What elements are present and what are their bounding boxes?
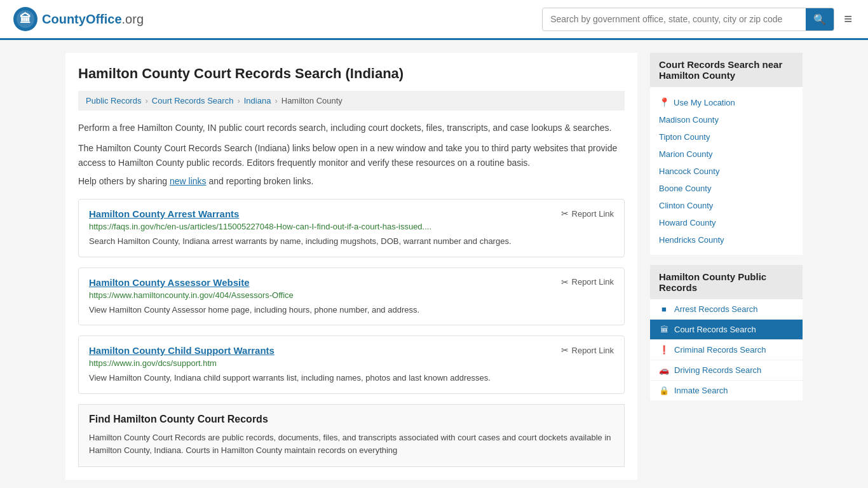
breadcrumb-hamilton-county: Hamilton County bbox=[281, 96, 342, 105]
record-icon-4: 🔒 bbox=[659, 386, 669, 395]
nearby-county-0[interactable]: Madison County bbox=[650, 111, 803, 128]
result-card-2: Hamilton County Child Support Warrants ✂… bbox=[78, 336, 625, 394]
public-record-item-0[interactable]: ■ Arrest Records Search bbox=[650, 299, 803, 320]
hamburger-menu-icon[interactable]: ≡ bbox=[841, 8, 855, 30]
use-my-location-label: Use My Location bbox=[674, 98, 735, 107]
result-title-2[interactable]: Hamilton County Child Support Warrants bbox=[89, 345, 275, 356]
record-icon-0: ■ bbox=[659, 304, 669, 314]
search-input[interactable] bbox=[543, 9, 806, 29]
result-header-0: Hamilton County Arrest Warrants ✂ Report… bbox=[89, 208, 614, 219]
public-records-section-header: Hamilton County Public Records bbox=[650, 265, 803, 299]
content-area: Hamilton County Court Records Search (In… bbox=[65, 53, 637, 480]
nearby-counties-list: Madison CountyTipton CountyMarion County… bbox=[650, 111, 803, 248]
search-button[interactable]: 🔍 bbox=[806, 8, 834, 30]
result-title-1[interactable]: Hamilton County Assessor Website bbox=[89, 277, 250, 288]
nearby-county-5[interactable]: Clinton County bbox=[650, 197, 803, 214]
intro-paragraph-1: Perform a free Hamilton County, IN publi… bbox=[78, 121, 625, 135]
main-container: Hamilton County Court Records Search (In… bbox=[53, 40, 815, 488]
search-bar: 🔍 bbox=[542, 8, 834, 31]
report-link-icon-1: ✂ bbox=[561, 277, 569, 287]
record-icon-2: ❗ bbox=[659, 345, 669, 355]
record-label-4: Inmate Search bbox=[674, 386, 728, 395]
report-link-icon-2: ✂ bbox=[561, 345, 569, 355]
sharing-text-before: Help others by sharing bbox=[78, 176, 170, 186]
breadcrumb-court-records-search[interactable]: Court Records Search bbox=[152, 96, 234, 105]
report-link-0[interactable]: ✂ Report Link bbox=[561, 208, 614, 219]
svg-text:🏛: 🏛 bbox=[20, 12, 31, 25]
report-link-label-1: Report Link bbox=[572, 277, 614, 287]
report-link-2[interactable]: ✂ Report Link bbox=[561, 345, 614, 355]
page-title: Hamilton County Court Records Search (In… bbox=[78, 65, 625, 82]
result-url-1: https://www.hamiltoncounty.in.gov/404/As… bbox=[89, 290, 614, 300]
public-records-section: Hamilton County Public Records ■ Arrest … bbox=[650, 265, 803, 400]
result-desc-2: View Hamilton County, Indiana child supp… bbox=[89, 372, 614, 384]
logo-text: CountyOffice.org bbox=[42, 12, 144, 27]
nearby-county-2[interactable]: Marion County bbox=[650, 146, 803, 163]
sharing-paragraph: Help others by sharing new links and rep… bbox=[78, 176, 625, 186]
result-url-2: https://www.in.gov/dcs/support.htm bbox=[89, 358, 614, 368]
site-logo-icon: 🏛 bbox=[13, 6, 38, 32]
result-desc-0: Search Hamilton County, Indiana arrest w… bbox=[89, 235, 614, 248]
logo-area: 🏛 CountyOffice.org bbox=[13, 6, 144, 32]
nearby-county-4[interactable]: Boone County bbox=[650, 180, 803, 197]
new-links-link[interactable]: new links bbox=[170, 176, 207, 186]
sidebar: Court Records Search near Hamilton Count… bbox=[650, 53, 803, 480]
report-link-1[interactable]: ✂ Report Link bbox=[561, 277, 614, 287]
nearby-section-content: 📍 Use My Location Madison CountyTipton C… bbox=[650, 87, 803, 255]
breadcrumb-public-records[interactable]: Public Records bbox=[86, 96, 141, 105]
record-label-1: Court Records Search bbox=[674, 325, 756, 334]
report-link-label-0: Report Link bbox=[572, 209, 614, 219]
header-right: 🔍 ≡ bbox=[542, 8, 855, 31]
public-records-list: ■ Arrest Records Search 🏛 Court Records … bbox=[650, 299, 803, 400]
results-container: Hamilton County Arrest Warrants ✂ Report… bbox=[78, 199, 625, 394]
nearby-county-1[interactable]: Tipton County bbox=[650, 128, 803, 146]
result-card-0: Hamilton County Arrest Warrants ✂ Report… bbox=[78, 199, 625, 257]
result-header-1: Hamilton County Assessor Website ✂ Repor… bbox=[89, 277, 614, 288]
result-url-0: https://faqs.in.gov/hc/en-us/articles/11… bbox=[89, 222, 614, 231]
sharing-text-after: and reporting broken links. bbox=[207, 176, 314, 186]
location-pin-icon: 📍 bbox=[659, 97, 670, 107]
nearby-county-7[interactable]: Hendricks County bbox=[650, 231, 803, 248]
nearby-county-3[interactable]: Hancock County bbox=[650, 163, 803, 180]
use-my-location-button[interactable]: 📍 Use My Location bbox=[650, 93, 803, 111]
breadcrumb: Public Records › Court Records Search › … bbox=[78, 91, 625, 111]
nearby-county-6[interactable]: Howard County bbox=[650, 214, 803, 231]
find-section-title: Find Hamilton County Court Records bbox=[89, 414, 614, 425]
result-card-1: Hamilton County Assessor Website ✂ Repor… bbox=[78, 268, 625, 326]
result-header-2: Hamilton County Child Support Warrants ✂… bbox=[89, 345, 614, 356]
header: 🏛 CountyOffice.org 🔍 ≡ bbox=[0, 0, 868, 40]
record-label-2: Criminal Records Search bbox=[674, 345, 766, 355]
nearby-section: Court Records Search near Hamilton Count… bbox=[650, 53, 803, 255]
public-record-item-4[interactable]: 🔒 Inmate Search bbox=[650, 381, 803, 400]
intro-paragraph-2: The Hamilton County Court Records Search… bbox=[78, 141, 625, 170]
result-desc-1: View Hamilton County Assessor home page,… bbox=[89, 304, 614, 316]
nearby-section-header: Court Records Search near Hamilton Count… bbox=[650, 53, 803, 87]
record-icon-3: 🚗 bbox=[659, 365, 669, 375]
record-label-0: Arrest Records Search bbox=[674, 304, 758, 314]
report-link-label-2: Report Link bbox=[572, 346, 614, 355]
result-title-0[interactable]: Hamilton County Arrest Warrants bbox=[89, 208, 239, 219]
breadcrumb-indiana[interactable]: Indiana bbox=[244, 96, 271, 105]
public-record-item-1[interactable]: 🏛 Court Records Search bbox=[650, 320, 803, 340]
report-link-icon-0: ✂ bbox=[561, 208, 569, 219]
public-record-item-3[interactable]: 🚗 Driving Records Search bbox=[650, 360, 803, 381]
find-section-description: Hamilton County Court Records are public… bbox=[89, 431, 614, 458]
record-icon-1: 🏛 bbox=[659, 325, 669, 334]
find-section: Find Hamilton County Court Records Hamil… bbox=[78, 404, 625, 468]
public-record-item-2[interactable]: ❗ Criminal Records Search bbox=[650, 340, 803, 360]
record-label-3: Driving Records Search bbox=[674, 365, 761, 375]
